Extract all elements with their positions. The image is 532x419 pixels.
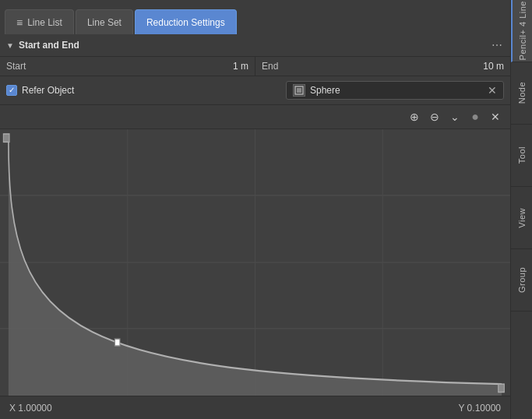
sidebar-tab-group[interactable]: Group: [511, 249, 532, 312]
object-picker[interactable]: Sphere ✕: [286, 81, 504, 100]
section-options-icon[interactable]: ⋯: [491, 39, 504, 51]
tab-line-set-label: Line Set: [87, 17, 122, 28]
content-area: ▼ Start and End ⋯ Start 1 m End 10 m ✓ R…: [0, 34, 510, 419]
sidebar-tab-view[interactable]: View: [511, 187, 532, 249]
tab-reduction-settings-label: Reduction Settings: [146, 17, 225, 28]
start-label: Start: [6, 61, 26, 72]
section-title-label: Start and End: [19, 40, 79, 51]
sidebar-tab-tool[interactable]: Tool: [511, 125, 532, 187]
chevron-icon: ▼: [6, 41, 14, 50]
end-value: 10 m: [483, 61, 504, 72]
main-area: ≡ Line List Line Set Reduction Settings …: [0, 0, 510, 419]
sidebar-tab-node-label: Node: [517, 82, 527, 104]
section-title: ▼ Start and End: [6, 40, 79, 51]
y-coordinate: Y 0.10000: [459, 403, 502, 414]
tab-line-set[interactable]: Line Set: [76, 9, 133, 34]
refer-object-label: Refer Object: [22, 85, 74, 96]
sidebar-tab-view-label: View: [517, 208, 527, 228]
svg-rect-1: [297, 88, 301, 93]
end-cell[interactable]: End 10 m: [255, 57, 510, 76]
remove-point-button[interactable]: ⊖: [426, 108, 443, 125]
object-clear-button[interactable]: ✕: [488, 85, 497, 96]
end-label: End: [262, 61, 278, 72]
sidebar-tab-pencil4line-label: Pencil+ 4 Line: [518, 1, 527, 60]
sidebar-tab-node[interactable]: Node: [511, 62, 532, 125]
refer-checkbox[interactable]: ✓: [6, 85, 17, 96]
x-coordinate: X 1.00000: [9, 403, 52, 414]
tab-line-list-label: Line List: [27, 17, 62, 28]
svg-rect-8: [115, 339, 120, 346]
status-bar: X 1.00000 Y 0.10000: [0, 396, 510, 419]
curve-dropdown-button[interactable]: ⌄: [446, 108, 463, 125]
right-sidebar: Pencil+ 4 Line Node Tool View Group: [510, 0, 532, 419]
tab-line-list[interactable]: ≡ Line List: [5, 9, 74, 34]
start-value: 1 m: [233, 61, 248, 72]
object-name: Sphere: [310, 85, 483, 96]
svg-rect-9: [3, 134, 9, 142]
curve-svg: [0, 129, 510, 396]
object-type-icon: [293, 84, 305, 97]
tab-reduction-settings[interactable]: Reduction Settings: [135, 9, 237, 34]
sidebar-tab-tool-label: Tool: [517, 146, 527, 164]
add-point-button[interactable]: ⊕: [406, 108, 423, 125]
sidebar-tab-group-label: Group: [517, 267, 527, 293]
checkmark-icon: ✓: [9, 86, 15, 94]
curve-close-button[interactable]: ✕: [487, 108, 504, 125]
start-end-row: Start 1 m End 10 m: [0, 57, 510, 76]
svg-rect-10: [499, 384, 505, 392]
curve-toolbar: ⊕ ⊖ ⌄ ● ✕: [0, 105, 510, 129]
curve-canvas[interactable]: [0, 129, 510, 396]
tab-bar: ≡ Line List Line Set Reduction Settings: [0, 0, 510, 34]
section-header: ▼ Start and End ⋯: [0, 34, 510, 57]
refer-checkbox-wrapper[interactable]: ✓ Refer Object: [6, 85, 74, 96]
sidebar-tab-pencil4line[interactable]: Pencil+ 4 Line: [511, 0, 532, 62]
start-cell[interactable]: Start 1 m: [0, 57, 255, 76]
refer-object-row: ✓ Refer Object Sphere ✕: [0, 76, 510, 105]
list-icon: ≡: [16, 17, 23, 28]
curve-mode-button[interactable]: ●: [467, 108, 484, 125]
